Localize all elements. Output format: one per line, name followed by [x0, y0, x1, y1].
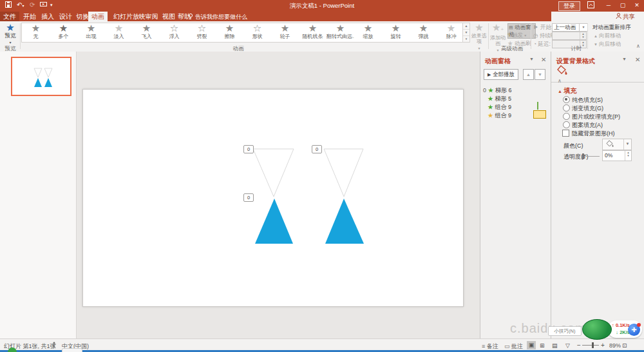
emphasis-star-icon: ★: [488, 112, 493, 119]
zoom-in-button[interactable]: +: [601, 342, 605, 349]
network-monitor-orb[interactable]: [582, 319, 612, 340]
radio-picture-fill[interactable]: [563, 113, 570, 120]
radio-pattern-fill[interactable]: [563, 121, 570, 128]
animation-list-item[interactable]: 0 ★ 梯形 6: [483, 86, 512, 95]
blue-triangle-1[interactable]: [255, 199, 293, 244]
chevron-down-icon[interactable]: ▼: [623, 139, 631, 150]
add-animation-button[interactable]: ★+ 添加动画 ▾: [489, 23, 506, 48]
animation-list-item[interactable]: ★ 组合 9: [488, 112, 511, 120]
start-dropdown-arrow[interactable]: ▾: [579, 23, 588, 32]
tab-file[interactable]: 文件: [0, 12, 19, 21]
effect-pulse-icon: ★: [437, 23, 465, 34]
move-earlier-button[interactable]: ▲ 向前移动: [594, 32, 621, 40]
tell-me-box[interactable]: 告诉我你想要做什么: [195, 13, 247, 21]
ribbon-display-options-icon[interactable]: [587, 1, 594, 11]
delay-label: 延迟:: [538, 41, 551, 47]
gallery-item-pulse[interactable]: ★脉冲: [437, 23, 465, 42]
picture-fill-label: 图片或纹理填充(P): [572, 113, 620, 121]
effect-options-button[interactable]: ★ 效果选项 ▾: [471, 23, 488, 48]
radio-solid-fill[interactable]: [563, 96, 570, 103]
play-all-button[interactable]: ▶ 全部播放: [484, 69, 518, 80]
accessibility-icon[interactable]: [52, 342, 57, 349]
redo-icon[interactable]: ⟳: [30, 1, 35, 10]
customize-qat-icon[interactable]: ▾: [50, 1, 53, 10]
pane-close-icon[interactable]: ✕: [541, 56, 546, 63]
entrance-star-icon: ★: [488, 104, 493, 110]
collapse-ribbon-icon[interactable]: ∧: [636, 43, 640, 49]
gallery-scroll-down-button[interactable]: ▼: [463, 29, 469, 35]
gallery-item-appear[interactable]: ★出现: [77, 23, 105, 42]
move-up-button[interactable]: ▲: [523, 69, 534, 80]
zoom-out-button[interactable]: −: [577, 342, 581, 349]
move-down-button[interactable]: ▼: [535, 69, 545, 80]
taskbar-icon-green: [8, 347, 17, 352]
animation-list-item[interactable]: ★ 梯形 5: [488, 95, 511, 103]
gallery-item-random-bars[interactable]: ★随机线条: [299, 23, 327, 42]
outline-triangle-1[interactable]: [253, 149, 294, 197]
preview-button-label: 预览: [5, 32, 16, 39]
radio-gradient-fill[interactable]: [563, 104, 570, 112]
animation-order-badge[interactable]: 0: [243, 193, 254, 202]
start-from-beginning-icon[interactable]: [40, 1, 47, 10]
start-dropdown[interactable]: 上一动画之后: [552, 23, 582, 32]
transparency-slider-thumb[interactable]: [582, 153, 584, 159]
animation-order-badge[interactable]: 0: [243, 145, 254, 153]
gallery-more-button[interactable]: ▾: [463, 35, 469, 42]
gallery-item-bounce[interactable]: ★弹跳: [410, 23, 437, 42]
gallery-item-wheel[interactable]: ★轮子: [271, 23, 299, 42]
view-slideshow-button[interactable]: ▽: [565, 342, 570, 349]
trigger-button[interactable]: ϟ 触发 ▾: [507, 32, 526, 39]
share-person-icon: [616, 13, 621, 21]
gallery-item-split[interactable]: ☆劈裂: [188, 23, 216, 42]
zoom-slider-thumb[interactable]: [592, 342, 594, 348]
color-picker-button[interactable]: ▼: [602, 139, 632, 150]
slide[interactable]: 0 0 0: [82, 89, 464, 307]
gallery-item-none[interactable]: ★无: [22, 23, 50, 42]
view-normal-button[interactable]: ▣: [527, 341, 536, 349]
transparency-slider-track[interactable]: [585, 156, 600, 157]
restore-button[interactable]: ▢: [616, 1, 630, 10]
share-button[interactable]: 共享: [623, 13, 635, 21]
zoom-slider-track[interactable]: [582, 345, 599, 346]
fill-bucket-tab-icon[interactable]: [556, 64, 569, 77]
blue-triangle-2[interactable]: [325, 199, 364, 244]
zoom-level[interactable]: 89%: [609, 342, 621, 349]
transparency-spinbox[interactable]: 0% ▴▾: [602, 150, 632, 161]
slide-thumbnail-1[interactable]: [11, 57, 71, 96]
undo-icon[interactable]: ↶▾: [17, 1, 24, 10]
timeline-bar[interactable]: [533, 110, 546, 119]
timeline-bar-short[interactable]: [537, 102, 538, 110]
gallery-item-fade[interactable]: ★淡入: [105, 23, 133, 42]
gallery-item-multiple[interactable]: ★多个: [50, 23, 77, 42]
gallery-item-shape[interactable]: ☆形状: [243, 23, 271, 42]
view-reading-button[interactable]: ▤: [552, 342, 558, 349]
gallery-item-zoom[interactable]: ★缩放: [354, 23, 382, 42]
fit-to-window-icon[interactable]: ⊡: [622, 342, 627, 349]
outline-triangle-2[interactable]: [324, 149, 363, 197]
close-button[interactable]: ✕: [630, 1, 644, 10]
transparency-spinner[interactable]: ▴▾: [625, 151, 631, 161]
sign-in-button[interactable]: 登录: [558, 1, 580, 11]
gallery-item-flip[interactable]: ★翻转式由远...: [327, 23, 354, 42]
move-later-button[interactable]: ▼ 向后移动: [594, 41, 621, 48]
duration-spinner[interactable]: ▴▾: [580, 32, 586, 39]
animation-order-badge[interactable]: 0: [312, 145, 322, 153]
pane-close-icon[interactable]: ✕: [635, 56, 640, 63]
gallery-item-wipe[interactable]: ★擦除: [216, 23, 243, 42]
save-icon[interactable]: [5, 1, 12, 10]
view-slide-sorter-button[interactable]: ⊞: [540, 342, 545, 349]
duration-field[interactable]: ▴▾: [552, 32, 587, 40]
gallery-scroll-up-button[interactable]: ▲: [463, 23, 469, 29]
fill-section-header[interactable]: ▲ 填充: [558, 86, 577, 95]
gallery-item-spin[interactable]: ★旋转: [382, 23, 410, 42]
effect-spin-icon: ★: [382, 23, 410, 34]
animation-list-item[interactable]: ★ 组合 9: [488, 103, 511, 112]
minimize-button[interactable]: ─: [601, 1, 616, 10]
gallery-item-float-in[interactable]: ☆浮入: [160, 23, 188, 42]
hide-background-checkbox[interactable]: [562, 130, 569, 137]
pane-menu-chevron-icon[interactable]: ▼: [529, 57, 534, 61]
pane-menu-chevron-icon[interactable]: ▼: [622, 57, 627, 61]
preview-button[interactable]: ★ 预览 ▾: [3, 23, 18, 43]
tab-animations[interactable]: 动画: [88, 12, 108, 21]
gallery-item-fly-in[interactable]: ★飞入: [133, 23, 160, 42]
